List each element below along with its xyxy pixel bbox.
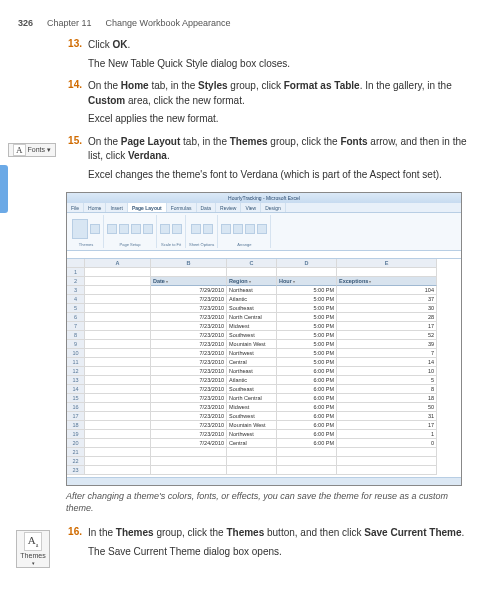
table-cell: 17 [337, 322, 437, 331]
ribbon-tabs: FileHomeInsertPage LayoutFormulasDataRev… [67, 203, 461, 213]
column-header: A [85, 259, 151, 268]
step-16: 16. In the Themes group, click the Theme… [66, 526, 472, 563]
table-cell: 7/23/2010 [151, 295, 227, 304]
ribbon-group: Themes [69, 215, 104, 248]
table-cell: 0 [337, 439, 437, 448]
ribbon-group: Page Setup [104, 215, 157, 248]
column-header: C [227, 259, 277, 268]
chapter-label: Chapter 11 [47, 18, 92, 28]
themes-button-callout: Aa Themes ▾ [16, 530, 50, 568]
figure-caption: After changing a theme's colors, fonts, … [66, 490, 472, 514]
table-cell: 31 [337, 412, 437, 421]
table-cell: 7/23/2010 [151, 385, 227, 394]
table-cell: 14 [337, 358, 437, 367]
table-cell: 28 [337, 313, 437, 322]
column-header: D [277, 259, 337, 268]
status-bar [67, 477, 461, 485]
table-cell: Southwest [227, 412, 277, 421]
table-cell: 17 [337, 421, 437, 430]
step-number: 16. [66, 526, 88, 563]
ribbon-group: Scale to Fit [157, 215, 186, 248]
table-cell: 7/23/2010 [151, 403, 227, 412]
table-cell: 39 [337, 340, 437, 349]
table-cell: 6:00 PM [277, 412, 337, 421]
table-cell: Southeast [227, 385, 277, 394]
table-cell: 7/24/2010 [151, 439, 227, 448]
table-cell: 6:00 PM [277, 421, 337, 430]
table-cell: 1 [337, 430, 437, 439]
page-number: 326 [18, 18, 33, 28]
table-cell: 30 [337, 304, 437, 313]
table-cell: Central [227, 439, 277, 448]
table-cell: 5:00 PM [277, 349, 337, 358]
table-header: Date [151, 277, 227, 286]
table-cell: Northeast [227, 286, 277, 295]
table-cell: 7/23/2010 [151, 322, 227, 331]
column-header: E [337, 259, 437, 268]
table-cell: 5:00 PM [277, 322, 337, 331]
table-cell: Southeast [227, 304, 277, 313]
table-cell: 8 [337, 385, 437, 394]
ribbon-tab: File [67, 203, 84, 212]
table-cell: 7/23/2010 [151, 340, 227, 349]
table-cell: 6:00 PM [277, 394, 337, 403]
page-header: 326 Chapter 11 Change Workbook Appearanc… [18, 18, 472, 28]
table-cell: 5:00 PM [277, 313, 337, 322]
table-cell: Northeast [227, 367, 277, 376]
table-cell: 104 [337, 286, 437, 295]
excel-screenshot: HourlyTracking - Microsoft Excel FileHom… [66, 192, 462, 486]
table-cell: 6:00 PM [277, 376, 337, 385]
table-header: Hour [277, 277, 337, 286]
table-cell: 7/23/2010 [151, 331, 227, 340]
step-number: 15. [66, 135, 88, 187]
table-cell: 7/29/2010 [151, 286, 227, 295]
table-cell: 7 [337, 349, 437, 358]
table-header: Region [227, 277, 277, 286]
table-cell: 5:00 PM [277, 358, 337, 367]
table-cell: Mountain West [227, 340, 277, 349]
table-header: Exceptions [337, 277, 437, 286]
table-cell: North Central [227, 394, 277, 403]
ribbon-tab: Design [261, 203, 286, 212]
table-cell: 7/23/2010 [151, 358, 227, 367]
table-cell: 7/23/2010 [151, 430, 227, 439]
ribbon-tab: Data [197, 203, 217, 212]
table-cell: 52 [337, 331, 437, 340]
table-cell: 7/23/2010 [151, 349, 227, 358]
table-cell: 5:00 PM [277, 340, 337, 349]
table-cell: 6:00 PM [277, 367, 337, 376]
table-cell: 7/23/2010 [151, 313, 227, 322]
table-cell: 5:00 PM [277, 295, 337, 304]
table-cell: 5:00 PM [277, 304, 337, 313]
ribbon-tab: View [241, 203, 261, 212]
table-cell: 10 [337, 367, 437, 376]
step-number: 14. [66, 79, 88, 131]
table-cell: 6:00 PM [277, 385, 337, 394]
table-cell: 7/23/2010 [151, 412, 227, 421]
ribbon-tab: Insert [106, 203, 128, 212]
themes-icon: Aa [24, 532, 43, 550]
table-cell: 5:00 PM [277, 331, 337, 340]
step-number: 13. [66, 38, 88, 75]
worksheet-grid: ABCDE12DateRegionHourExceptions37/29/201… [67, 259, 461, 477]
ribbon-group: Sheet Options [186, 215, 218, 248]
table-cell: 6:00 PM [277, 439, 337, 448]
table-cell: Central [227, 358, 277, 367]
page-thumb-tab [0, 165, 8, 213]
ribbon-tab: Page Layout [128, 203, 167, 212]
table-cell: 7/23/2010 [151, 367, 227, 376]
table-cell: 7/23/2010 [151, 421, 227, 430]
table-cell: Northwest [227, 430, 277, 439]
table-cell: Southwest [227, 331, 277, 340]
themes-label: Themes [20, 552, 45, 559]
excel-titlebar: HourlyTracking - Microsoft Excel [67, 193, 461, 203]
dropdown-icon: ▾ [32, 560, 35, 566]
step-14: 14. On the Home tab, in the Styles group… [66, 79, 472, 131]
chapter-title: Change Workbook Appearance [106, 18, 231, 28]
table-cell: Northwest [227, 349, 277, 358]
table-cell: 7/23/2010 [151, 304, 227, 313]
table-cell: 18 [337, 394, 437, 403]
fonts-button-callout: Fonts ▾ [8, 143, 56, 157]
ribbon: ThemesPage SetupScale to FitSheet Option… [67, 213, 461, 251]
step-13: 13. Click OK. The New Table Quick Style … [66, 38, 472, 75]
